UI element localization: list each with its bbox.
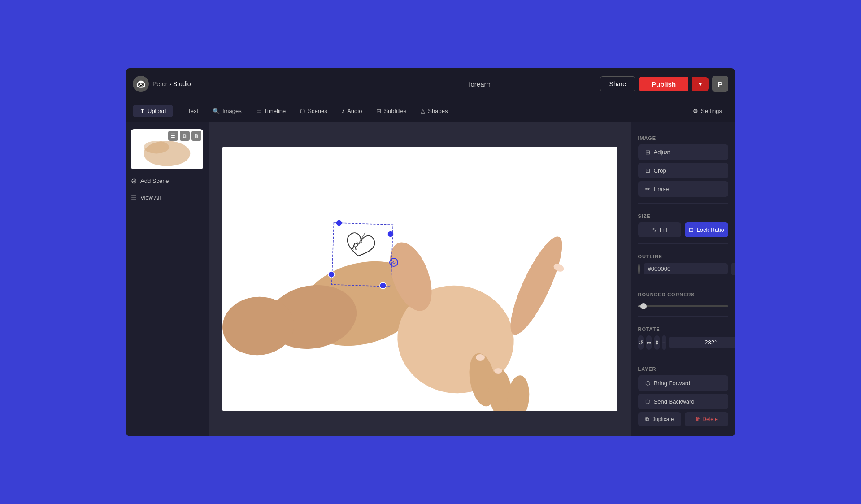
avatar: 🐼 — [133, 76, 149, 92]
upload-icon: ⬆ — [140, 108, 145, 114]
bring-forward-icon: ⬡ — [645, 380, 650, 387]
rotate-degree-decrease[interactable]: − — [662, 335, 666, 350]
sidebar: ☰ ⧉ 🗑 ⊕ Add Scene ☰ — [126, 122, 209, 436]
outline-decrease-button[interactable]: − — [731, 263, 735, 275]
crop-button[interactable]: ⊡ Crop — [638, 163, 728, 178]
view-all-label: View All — [140, 194, 161, 201]
upload-button[interactable]: ⬆ Upload — [133, 105, 173, 117]
right-panel: IMAGE ⊞ Adjust ⊡ Crop ✏ Erase SIZE ⤡ Fil… — [631, 122, 735, 436]
rotate-section-title: ROTATE — [638, 326, 728, 332]
duplicate-icon: ⧉ — [645, 416, 649, 422]
publish-dropdown-button[interactable]: ▼ — [692, 77, 709, 91]
scene-copy-button[interactable]: ⧉ — [180, 131, 190, 141]
subtitles-icon: ⊟ — [376, 108, 381, 114]
divider-4 — [638, 316, 728, 317]
duplicate-button[interactable]: ⧉ Duplicate — [638, 412, 682, 426]
canvas-area: R ↻ — [209, 122, 631, 436]
settings-button[interactable]: ⚙ Settings — [687, 105, 728, 117]
svg-point-20 — [380, 282, 386, 289]
rotate-row: ↺ ⇔ ⇕ − + — [638, 335, 728, 350]
send-backward-icon: ⬡ — [645, 398, 650, 405]
adjust-button[interactable]: ⊞ Adjust — [638, 144, 728, 160]
lock-ratio-label: Lock Ratio — [696, 226, 724, 233]
view-all-icon: ☰ — [131, 194, 137, 201]
shapes-button[interactable]: △ Shapes — [414, 105, 454, 117]
document-title: forearm — [366, 80, 595, 88]
flip-vertical-button[interactable]: ⇕ — [654, 335, 660, 350]
subtitles-label: Subtitles — [384, 108, 406, 114]
header: 🐼 Peter › Studio forearm Share Publish ▼… — [126, 68, 735, 100]
timeline-button[interactable]: ☰ Timeline — [250, 105, 292, 117]
breadcrumb: Peter › Studio — [152, 80, 191, 87]
layer-action-row: ⧉ Duplicate 🗑 Delete — [638, 412, 728, 426]
rounded-corners-slider[interactable] — [638, 305, 728, 307]
publish-button[interactable]: Publish — [639, 77, 688, 91]
audio-label: Audio — [347, 108, 362, 114]
lock-ratio-button[interactable]: ⊟ Lock Ratio — [685, 222, 728, 237]
main-content: ☰ ⧉ 🗑 ⊕ Add Scene ☰ — [126, 122, 735, 436]
rounded-corners-slider-container — [638, 301, 728, 309]
header-left: 🐼 Peter › Studio — [133, 76, 361, 92]
divider-1 — [638, 203, 728, 204]
divider-5 — [638, 356, 728, 356]
scenes-label: Scenes — [308, 108, 327, 114]
images-label: Images — [222, 108, 242, 114]
layer-section-title: LAYER — [638, 366, 728, 372]
text-icon: T — [181, 108, 185, 114]
subtitles-button[interactable]: ⊟ Subtitles — [370, 105, 413, 117]
images-button[interactable]: 🔍 Images — [206, 105, 248, 117]
fill-icon: ⤡ — [652, 226, 657, 233]
crop-label: Crop — [654, 167, 666, 174]
scenes-button[interactable]: ⬡ Scenes — [294, 105, 333, 117]
images-icon: 🔍 — [213, 108, 220, 114]
erase-icon: ✏ — [645, 186, 650, 192]
send-backward-button[interactable]: ⬡ Send Backward — [638, 394, 728, 409]
settings-label: Settings — [701, 108, 722, 114]
svg-point-19 — [328, 271, 335, 278]
breadcrumb-separator: › — [169, 80, 173, 87]
svg-point-2 — [144, 141, 169, 153]
image-section-title: IMAGE — [638, 135, 728, 141]
scene-delete-button[interactable]: 🗑 — [191, 131, 201, 141]
text-button[interactable]: T Text — [175, 105, 204, 117]
fill-button[interactable]: ⤡ Fill — [638, 222, 682, 237]
svg-text:↻: ↻ — [392, 260, 396, 265]
audio-button[interactable]: ♪ Audio — [335, 105, 369, 117]
scenes-icon: ⬡ — [300, 108, 305, 114]
share-button[interactable]: Share — [600, 76, 635, 91]
rounded-corners-section-title: ROUNDED CORNERS — [638, 292, 728, 297]
erase-label: Erase — [654, 186, 669, 192]
adjust-icon: ⊞ — [645, 149, 650, 156]
audio-icon: ♪ — [342, 108, 345, 114]
canvas[interactable]: R ↻ — [222, 147, 617, 411]
timeline-icon: ☰ — [256, 108, 261, 114]
duplicate-label: Duplicate — [651, 416, 674, 422]
add-scene-button[interactable]: ⊕ Add Scene — [131, 175, 203, 187]
adjust-label: Adjust — [654, 149, 670, 156]
svg-point-14 — [476, 354, 485, 361]
text-label: Text — [187, 108, 198, 114]
rotate-ccw-button[interactable]: ↺ — [638, 335, 644, 350]
header-actions: Share Publish ▼ P — [600, 76, 728, 92]
outline-section-title: OUTLINE — [638, 254, 728, 259]
flip-horizontal-button[interactable]: ⇔ — [646, 335, 652, 350]
user-avatar-button[interactable]: P — [712, 76, 728, 92]
bring-forward-label: Bring Forward — [654, 380, 691, 387]
add-scene-label: Add Scene — [140, 178, 169, 184]
view-all-button[interactable]: ☰ View All — [131, 192, 203, 203]
delete-button[interactable]: 🗑 Delete — [685, 412, 728, 426]
upload-label: Upload — [148, 108, 166, 114]
outline-hex-input[interactable] — [644, 263, 728, 274]
fill-label: Fill — [660, 226, 667, 233]
crop-icon: ⊡ — [645, 167, 650, 174]
erase-button[interactable]: ✏ Erase — [638, 181, 728, 197]
scene-thumb-controls: ☰ ⧉ 🗑 — [168, 131, 201, 141]
breadcrumb-user[interactable]: Peter — [152, 80, 167, 87]
outline-color-swatch[interactable] — [638, 263, 640, 275]
divider-2 — [638, 243, 728, 244]
scene-menu-button[interactable]: ☰ — [168, 131, 178, 141]
breadcrumb-workspace: Studio — [173, 80, 191, 87]
rotate-value-input[interactable] — [669, 337, 735, 348]
settings-icon: ⚙ — [693, 108, 698, 114]
bring-forward-button[interactable]: ⬡ Bring Forward — [638, 375, 728, 391]
